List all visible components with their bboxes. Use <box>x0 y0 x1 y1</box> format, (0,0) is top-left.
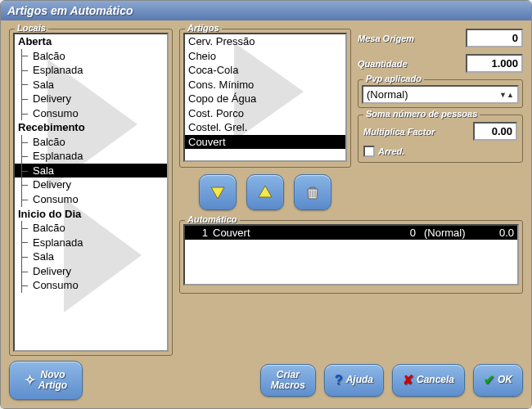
cancel-icon: ✘ <box>403 373 413 388</box>
pvp-value: (Normal) <box>367 88 408 101</box>
list-item[interactable]: Couvert <box>185 135 345 150</box>
tree-root-item[interactable]: Inicio do Dia <box>15 207 167 222</box>
list-item[interactable]: Cost. Porco <box>185 106 345 121</box>
locais-panel: Locais AbertaBalcãoEsplanadaSalaDelivery… <box>9 29 173 356</box>
svg-marker-1 <box>259 186 272 197</box>
novo-artigo-label: Novo Artigo <box>38 370 67 391</box>
list-item[interactable]: Cheio <box>185 49 345 64</box>
triangle-up-icon <box>255 182 275 202</box>
tree-root-item[interactable]: Recebimento <box>15 120 167 135</box>
mesa-origem-label: Mesa Origem <box>358 34 462 43</box>
tree-root-item[interactable]: Aberta <box>15 34 167 49</box>
tree-child-item[interactable]: Esplanada <box>15 149 167 164</box>
tree-child-item[interactable]: Esplanada <box>15 236 167 250</box>
move-down-button[interactable] <box>199 174 237 210</box>
mesa-origem-input[interactable]: 0 <box>466 29 523 47</box>
tree-child-item[interactable]: Balcão <box>15 221 167 236</box>
sparkle-icon: ✧ <box>25 373 35 388</box>
tree-child-item[interactable]: Consumo <box>15 106 167 121</box>
locais-list[interactable]: AbertaBalcãoEsplanadaSalaDeliveryConsumo… <box>13 33 169 352</box>
trash-icon <box>303 182 322 202</box>
ajuda-button[interactable]: ? Ajuda <box>324 364 384 397</box>
artigos-panel: Artigos Cerv. PressãoCheioCoca-ColaCons.… <box>179 29 351 168</box>
check-icon: ✔ <box>484 373 494 388</box>
artigos-label: Artigos <box>185 23 222 33</box>
window-title: Artigos em Automático <box>7 4 133 17</box>
tree-child-item[interactable]: Consumo <box>15 192 167 207</box>
tree-child-item[interactable]: Sala <box>15 249 167 264</box>
artigos-list[interactable]: Cerv. PressãoCheioCoca-ColaCons. MínimoC… <box>183 33 347 162</box>
novo-artigo-button[interactable]: ✧ Novo Artigo <box>9 361 83 400</box>
quantidade-label: Quantidade <box>358 59 462 69</box>
cancela-button[interactable]: ✘ Cancela <box>392 364 465 397</box>
tree-child-item[interactable]: Balcão <box>15 49 167 64</box>
titlebar: Artigos em Automático <box>1 1 531 20</box>
criar-macros-button[interactable]: Criar Macros <box>260 364 316 397</box>
automatico-list[interactable]: 1Couvert0(Normal)0.0 <box>183 224 519 285</box>
auto-row[interactable]: 1Couvert0(Normal)0.0 <box>185 226 517 240</box>
soma-panel: Soma número de pessoas Multiplica Factor… <box>358 115 523 163</box>
list-item[interactable]: Costel. Grel. <box>185 120 345 135</box>
multiplica-label: Multiplica Factor <box>363 127 470 137</box>
soma-label: Soma número de pessoas <box>363 109 480 119</box>
move-up-button[interactable] <box>246 174 284 210</box>
triangle-down-icon <box>208 182 228 202</box>
cancela-label: Cancela <box>417 375 454 385</box>
ajuda-label: Ajuda <box>346 375 373 385</box>
help-icon: ? <box>335 373 343 388</box>
pvp-label: Pvp aplicado <box>363 74 424 83</box>
tree-child-item[interactable]: Sala <box>15 164 167 178</box>
delete-button[interactable] <box>294 174 331 210</box>
automatico-label: Automático <box>185 214 240 224</box>
tree-child-item[interactable]: Consumo <box>15 278 167 293</box>
pvp-panel: Pvp aplicado (Normal) ▼▲ <box>358 79 523 108</box>
tree-child-item[interactable]: Balcão <box>15 135 167 150</box>
tree-child-item[interactable]: Esplanada <box>15 63 167 78</box>
tree-child-item[interactable]: Delivery <box>15 264 167 279</box>
automatico-panel: Automático 1Couvert0(Normal)0.0 <box>179 220 523 294</box>
pvp-combo[interactable]: (Normal) ▼▲ <box>362 85 519 104</box>
tree-child-item[interactable]: Delivery <box>15 92 167 106</box>
svg-marker-0 <box>211 187 224 199</box>
tree-child-item[interactable]: Sala <box>15 78 167 92</box>
list-item[interactable]: Coca-Cola <box>185 63 345 78</box>
list-item[interactable]: Cons. Mínimo <box>185 78 345 92</box>
tree-child-item[interactable]: Delivery <box>15 178 167 192</box>
locais-label: Locais <box>15 23 48 33</box>
list-item[interactable]: Cerv. Pressão <box>185 34 345 49</box>
ok-button[interactable]: ✔ OK <box>473 364 523 397</box>
chevron-down-icon: ▼▲ <box>499 91 514 99</box>
arred-label: Arred. <box>378 146 404 156</box>
quantidade-input[interactable]: 1.000 <box>466 54 523 73</box>
ok-label: OK <box>498 375 512 385</box>
criar-macros-label: Criar Macros <box>271 370 305 391</box>
multiplica-input[interactable]: 0.00 <box>473 122 517 141</box>
list-item[interactable]: Copo de Água <box>185 92 345 106</box>
arred-checkbox[interactable] <box>363 146 375 157</box>
